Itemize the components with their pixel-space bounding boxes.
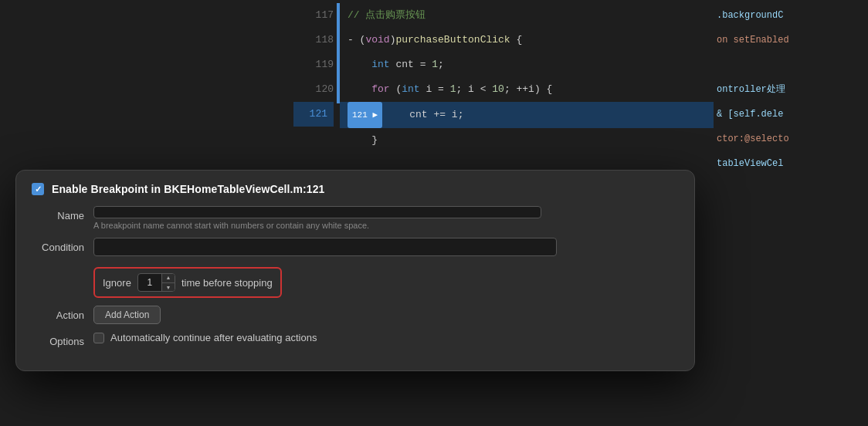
line-number: 118 <box>293 28 334 52</box>
ignore-form-label <box>32 267 93 271</box>
time-before-label: time before stopping <box>181 277 273 289</box>
breakpoint-arrow: 121 ▶ <box>348 102 382 128</box>
name-field-col: A breakpoint name cannot start with numb… <box>93 206 679 230</box>
action-row: Action Add Action <box>32 306 679 324</box>
name-label: Name <box>32 206 93 221</box>
ignore-stepper-wrap: ▲ ▼ <box>137 273 175 292</box>
dialog-header: ✓ Enable Breakpoint in BKEHomeTableViewC… <box>32 183 679 195</box>
ignore-stepper: ▲ ▼ <box>161 273 175 292</box>
auto-continue-checkbox[interactable] <box>93 333 104 343</box>
line-number: 119 <box>293 52 334 77</box>
options-control: Automatically continue after evaluating … <box>93 332 317 343</box>
add-action-button[interactable]: Add Action <box>93 306 161 324</box>
name-input[interactable] <box>93 206 541 218</box>
check-mark: ✓ <box>35 184 42 194</box>
ignore-label: Ignore <box>103 277 131 289</box>
right-code-line-4: ontroller处理 <box>714 77 868 102</box>
options-row: Options Automatically continue after eva… <box>32 332 679 347</box>
stepper-up-button[interactable]: ▲ <box>162 273 175 282</box>
name-row: Name A breakpoint name cannot start with… <box>32 206 679 230</box>
right-code-line-1: .backgroundC <box>714 3 868 28</box>
condition-label: Condition <box>32 238 93 253</box>
line-number: 120 <box>293 77 334 102</box>
ignore-row: Ignore ▲ ▼ time before stopping <box>32 267 679 298</box>
breakpoint-dialog: ✓ Enable Breakpoint in BKEHomeTableViewC… <box>15 170 695 371</box>
name-hint: A breakpoint name cannot start with numb… <box>93 221 679 230</box>
right-code-panel: .backgroundC on setEnabled ontroller处理 &… <box>714 0 868 426</box>
auto-continue-label: Automatically continue after evaluating … <box>110 332 317 343</box>
right-code-line-7: tableViewCel <box>714 151 868 176</box>
condition-row: Condition <box>32 238 679 256</box>
right-code-line-2: on setEnabled <box>714 28 868 52</box>
condition-input[interactable] <box>93 238 557 256</box>
right-code-line-6: ctor:@selecto <box>714 127 868 151</box>
stepper-down-button[interactable]: ▼ <box>162 283 175 292</box>
enable-checkbox[interactable]: ✓ <box>32 183 44 195</box>
action-label: Action <box>32 306 93 321</box>
ignore-control: Ignore ▲ ▼ time before stopping <box>93 267 282 298</box>
dialog-title: Enable Breakpoint in BKEHomeTableViewCel… <box>52 183 325 195</box>
line-number: 117 <box>293 3 334 28</box>
right-code-line-3 <box>714 52 868 77</box>
breakpoint-bar <box>337 3 340 103</box>
right-code-line-5: & [self.dele <box>714 102 868 127</box>
line-number: 121 <box>293 102 334 127</box>
ignore-number-input[interactable] <box>138 277 161 288</box>
options-label: Options <box>32 332 93 347</box>
